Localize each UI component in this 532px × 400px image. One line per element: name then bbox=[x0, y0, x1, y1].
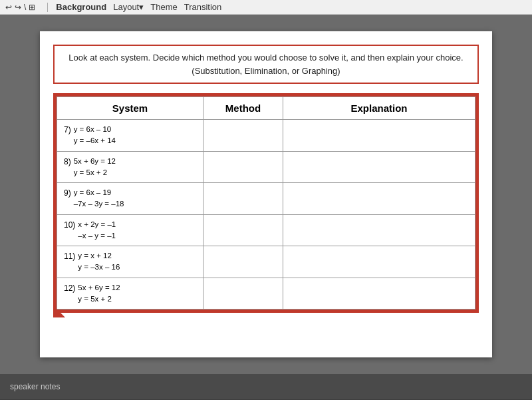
explanation-cell-3 bbox=[283, 183, 475, 215]
instruction-line1: Look at each system. Decide which method… bbox=[64, 51, 468, 65]
table-wrapper: System Method Explanation 7)y = 6x – 10y… bbox=[53, 93, 479, 313]
table-row: 11)y = x + 12y = –3x – 16 bbox=[57, 246, 475, 278]
table-row: 12)5x + 6y = 12y = 5x + 2 bbox=[57, 278, 475, 309]
theme-menu[interactable]: Theme bbox=[149, 2, 178, 12]
instruction-line2: (Substitution, Elimination, or Graphing) bbox=[64, 65, 468, 78]
col-header-explanation: Explanation bbox=[283, 97, 475, 120]
col-header-system: System bbox=[57, 97, 203, 120]
method-cell-2 bbox=[203, 151, 283, 183]
row-number: 12) bbox=[64, 284, 75, 293]
equations: y = 6x – 10y = –6x + 14 bbox=[74, 124, 116, 147]
layout-menu[interactable]: Layout▾ bbox=[112, 2, 145, 12]
system-cell-3: 9)y = 6x – 19–7x – 3y = –18 bbox=[57, 183, 203, 215]
systems-table: System Method Explanation 7)y = 6x – 10y… bbox=[57, 97, 475, 309]
slide: Look at each system. Decide which method… bbox=[40, 31, 492, 357]
explanation-cell-5 bbox=[283, 246, 475, 278]
transition-menu[interactable]: Transition bbox=[183, 2, 223, 12]
slide-area: Look at each system. Decide which method… bbox=[0, 15, 532, 374]
method-cell-4 bbox=[203, 214, 283, 246]
explanation-cell-1 bbox=[283, 120, 475, 152]
equations: y = x + 12y = –3x – 16 bbox=[78, 250, 120, 274]
method-cell-3 bbox=[203, 183, 283, 215]
row-number: 7) bbox=[64, 125, 71, 134]
toolbar: ↩ ↪ \ ⊞ Background Layout▾ Theme Transit… bbox=[0, 0, 532, 15]
table-row: 8)5x + 6y = 12y = 5x + 2 bbox=[57, 151, 475, 183]
frame-icon[interactable]: ⊞ bbox=[29, 3, 35, 12]
table-row: 10)x + 2y = –1–x – y = –1 bbox=[57, 214, 475, 246]
equations: y = 6x – 19–7x – 3y = –18 bbox=[74, 187, 124, 210]
system-cell-5: 11)y = x + 12y = –3x – 16 bbox=[57, 246, 203, 278]
system-cell-1: 7)y = 6x – 10y = –6x + 14 bbox=[57, 120, 203, 152]
equations: 5x + 6y = 12y = 5x + 2 bbox=[78, 282, 120, 305]
system-cell-4: 10)x + 2y = –1–x – y = –1 bbox=[57, 214, 203, 246]
row-number: 8) bbox=[64, 157, 71, 166]
explanation-cell-4 bbox=[283, 214, 475, 246]
system-cell-6: 12)5x + 6y = 12y = 5x + 2 bbox=[57, 278, 203, 309]
col-header-method: Method bbox=[203, 97, 283, 120]
equations: x + 2y = –1–x – y = –1 bbox=[78, 219, 116, 242]
redo-icon[interactable]: ↪ bbox=[15, 3, 21, 12]
row-number: 9) bbox=[64, 188, 71, 198]
row-number: 10) bbox=[64, 220, 75, 230]
table-row: 9)y = 6x – 19–7x – 3y = –18 bbox=[57, 183, 475, 215]
corner-triangle-decoration bbox=[53, 305, 65, 317]
instruction-box: Look at each system. Decide which method… bbox=[53, 45, 479, 84]
explanation-cell-2 bbox=[283, 151, 475, 183]
row-number: 11) bbox=[64, 252, 75, 261]
toolbar-divider bbox=[47, 3, 48, 12]
toolbar-icons: ↩ ↪ \ ⊞ bbox=[5, 3, 35, 12]
method-cell-6 bbox=[203, 278, 283, 309]
table-header-row: System Method Explanation bbox=[57, 97, 475, 120]
method-cell-1 bbox=[203, 120, 283, 152]
pointer-icon[interactable]: \ bbox=[24, 3, 26, 12]
system-cell-2: 8)5x + 6y = 12y = 5x + 2 bbox=[57, 151, 203, 183]
explanation-cell-6 bbox=[283, 278, 475, 309]
method-cell-5 bbox=[203, 246, 283, 278]
equations: 5x + 6y = 12y = 5x + 2 bbox=[74, 156, 116, 179]
speaker-notes-label: speaker notes bbox=[10, 382, 60, 391]
table-row: 7)y = 6x – 10y = –6x + 14 bbox=[57, 120, 475, 152]
background-menu[interactable]: Background bbox=[55, 2, 108, 12]
speaker-notes-bar: speaker notes bbox=[0, 374, 532, 399]
undo-icon[interactable]: ↩ bbox=[5, 3, 12, 12]
